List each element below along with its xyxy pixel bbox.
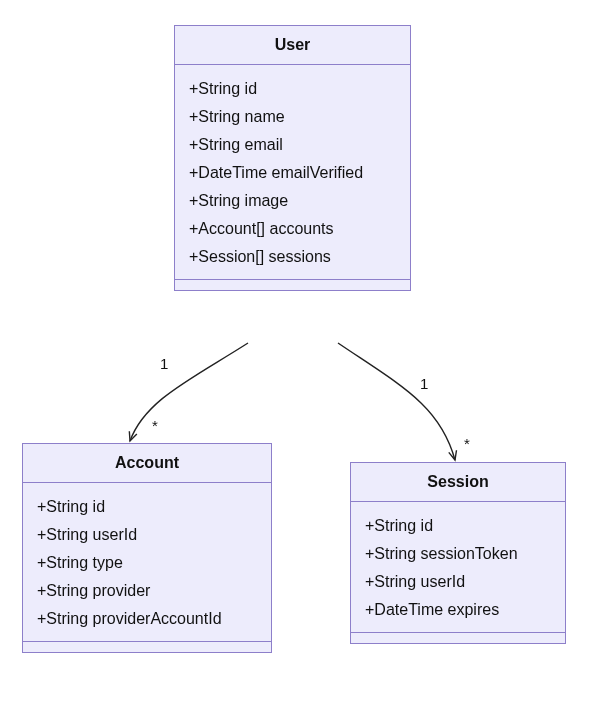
edge-user-account — [130, 343, 248, 441]
class-account-title: Account — [23, 444, 271, 483]
class-attr: +String name — [189, 103, 396, 131]
class-attr: +String providerAccountId — [37, 605, 257, 633]
diagram-canvas: 1 * 1 * User +String id +String name +St… — [0, 0, 590, 718]
class-attr: +String type — [37, 549, 257, 577]
edge-user-session — [338, 343, 455, 460]
class-user-title: User — [175, 26, 410, 65]
class-attr: +DateTime emailVerified — [189, 159, 396, 187]
class-user-attrs: +String id +String name +String email +D… — [175, 65, 410, 280]
class-attr: +String userId — [37, 521, 257, 549]
mult-user-session-to: * — [464, 435, 470, 452]
class-attr: +String userId — [365, 568, 551, 596]
class-attr: +String sessionToken — [365, 540, 551, 568]
class-account: Account +String id +String userId +Strin… — [22, 443, 272, 653]
class-attr: +Account[] accounts — [189, 215, 396, 243]
mult-user-account-to: * — [152, 417, 158, 434]
class-attr: +String provider — [37, 577, 257, 605]
class-session: Session +String id +String sessionToken … — [350, 462, 566, 644]
class-account-attrs: +String id +String userId +String type +… — [23, 483, 271, 642]
class-attr: +String email — [189, 131, 396, 159]
class-methods-empty — [175, 280, 410, 290]
class-attr: +String id — [37, 493, 257, 521]
class-user: User +String id +String name +String ema… — [174, 25, 411, 291]
class-methods-empty — [351, 633, 565, 643]
class-session-title: Session — [351, 463, 565, 502]
mult-user-account-from: 1 — [160, 355, 168, 372]
class-attr: +String image — [189, 187, 396, 215]
class-attr: +DateTime expires — [365, 596, 551, 624]
class-methods-empty — [23, 642, 271, 652]
class-attr: +Session[] sessions — [189, 243, 396, 271]
class-attr: +String id — [365, 512, 551, 540]
class-attr: +String id — [189, 75, 396, 103]
mult-user-session-from: 1 — [420, 375, 428, 392]
class-session-attrs: +String id +String sessionToken +String … — [351, 502, 565, 633]
